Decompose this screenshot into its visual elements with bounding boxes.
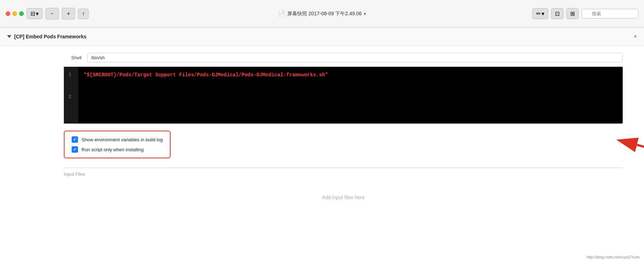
shell-row: Shell [64, 53, 623, 62]
toolbox-icon: ⊞ [570, 10, 575, 17]
checkboxes-section: Show environment variables in build log … [64, 131, 171, 158]
input-files-section: Input Files Add input files here [64, 168, 623, 211]
show-env-checkbox[interactable] [72, 136, 78, 143]
toolbox-button[interactable]: ⊞ [566, 8, 579, 19]
run-script-label: Run script only when installing [82, 147, 144, 152]
annotation-area: Show environment variables in build log … [64, 131, 623, 164]
title-chevron-icon[interactable]: ▾ [364, 11, 366, 16]
line-numbers: 1 2 [64, 67, 78, 124]
titlebar-left: ⊟ ▾ － ＋ ↑ [6, 8, 89, 20]
share-button[interactable]: ↑ [78, 9, 89, 19]
zoom-in-button[interactable]: ＋ [62, 8, 75, 20]
sidebar-icon: ⊟ [30, 10, 35, 17]
collapse-triangle-icon[interactable] [7, 35, 11, 38]
line-number-3 [67, 86, 74, 93]
dot-red [6, 11, 10, 16]
line-number-2 [67, 78, 74, 86]
annotate-chevron: ▾ [542, 10, 544, 17]
crop-button[interactable]: ⊡ [551, 8, 564, 19]
shell-input[interactable] [87, 53, 623, 62]
checkbox-row-1: Show environment variables in build log [72, 136, 163, 143]
titlebar-right: ✏ ▾ ⊡ ⊞ [532, 8, 638, 19]
checkbox-row-2: Run script only when installing [72, 146, 163, 153]
annotate-icon: ✏ [536, 10, 541, 17]
main-content: [CP] Embed Pods Frameworks × Shell 1 2 "… [0, 28, 644, 262]
content-panel: Shell 1 2 "${SRCROOT}/Pods/Target Suppor… [0, 46, 644, 218]
zoom-out-icon: － [49, 10, 55, 17]
line-number-4: 2 [67, 93, 74, 100]
show-env-label: Show environment variables in build log [82, 137, 163, 142]
search-wrapper [582, 9, 638, 18]
input-files-label: Input Files [64, 171, 623, 177]
section-header: [CP] Embed Pods Frameworks × [0, 28, 644, 46]
line-number-1: 1 [67, 71, 74, 78]
share-icon: ↑ [82, 11, 85, 17]
watermark: http://blog.csdn.net/cuzzZYues [587, 255, 640, 259]
run-script-checkbox[interactable] [72, 146, 78, 153]
section-title-container: [CP] Embed Pods Frameworks [7, 34, 87, 39]
zoom-in-icon: ＋ [66, 10, 71, 17]
file-icon: 📄 [278, 10, 285, 17]
title-text: 屏幕快照 2017-08-09 下午2.49.06 [287, 11, 362, 17]
search-input[interactable] [582, 9, 638, 18]
sidebar-chevron: ▾ [36, 10, 39, 17]
shell-label: Shell [64, 55, 82, 60]
titlebar: ⊟ ▾ － ＋ ↑ 📄 屏幕快照 2017-08-09 下午2.49.06 ▾ … [0, 0, 644, 28]
code-editor: 1 2 "${SRCROOT}/Pods/Target Support File… [64, 67, 623, 124]
code-content[interactable]: "${SRCROOT}/Pods/Target Support Files/Po… [78, 67, 623, 124]
section-close-button[interactable]: × [634, 33, 637, 40]
add-input-area: Add input files here [64, 184, 623, 211]
titlebar-center: 📄 屏幕快照 2017-08-09 下午2.49.06 ▾ [278, 10, 366, 17]
window-dots [6, 11, 24, 16]
crop-icon: ⊡ [555, 10, 560, 17]
zoom-out-button[interactable]: － [45, 8, 59, 20]
add-input-text: Add input files here [322, 195, 365, 200]
dot-yellow [12, 11, 17, 16]
sidebar-toggle-button[interactable]: ⊟ ▾ [27, 8, 43, 19]
dot-green [19, 11, 24, 16]
annotate-button[interactable]: ✏ ▾ [532, 8, 548, 19]
section-title-text: [CP] Embed Pods Frameworks [14, 34, 87, 39]
